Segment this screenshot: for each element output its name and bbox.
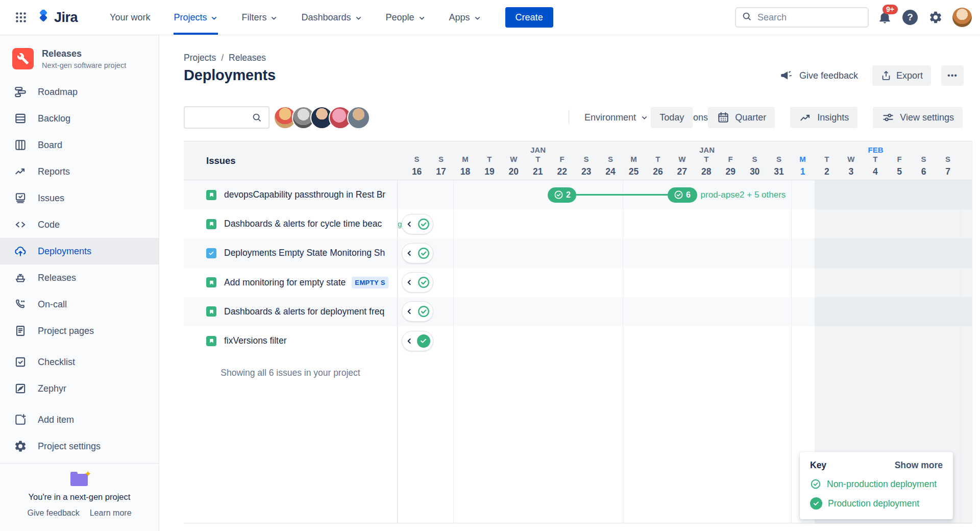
issue-row[interactable]: Deployments Empty State Monitoring Sh [184, 238, 397, 268]
today-button[interactable]: Today [651, 107, 693, 128]
export-button[interactable]: Export [872, 65, 931, 86]
sidebar-item-checklist[interactable]: Checklist [0, 349, 159, 375]
day-column: T28 [694, 155, 718, 177]
nav-item-filters[interactable]: Filters [230, 0, 289, 35]
search-icon [251, 112, 262, 123]
dropdown-label: Environment [584, 112, 636, 123]
global-search-input[interactable] [756, 12, 855, 23]
issue-title: Deployments Empty State Monitoring Sh [224, 248, 385, 258]
notifications-button[interactable]: 9+ [874, 7, 895, 28]
create-button[interactable]: Create [505, 7, 553, 28]
give-feedback-link[interactable]: Give feedback [27, 509, 79, 518]
more-actions-button[interactable]: ••• [941, 65, 964, 86]
nav-item-apps[interactable]: Apps [437, 0, 493, 35]
app-switcher-icon[interactable] [13, 10, 29, 25]
view-settings-button[interactable]: View settings [873, 107, 963, 128]
issue-row[interactable]: Dashboards & alerts for deployment freq [184, 297, 397, 326]
issue-row[interactable]: fixVersions filter [184, 326, 397, 355]
timeline-toolbar-buttons: TodayQuarterInsightsView settings [651, 107, 963, 128]
key-item-production-deployment: Production deployment [810, 497, 943, 510]
check-circle-filled-icon [810, 497, 822, 510]
sidebar-item-label: Project pages [38, 326, 94, 336]
deployment-count-pill-end[interactable]: 6 [668, 187, 697, 203]
filter-bar: EnvironmentVersionsEpicType TodayQuarter… [184, 106, 972, 129]
earlier-deployments-pill[interactable] [402, 243, 433, 263]
nav-item-projects[interactable]: Projects [162, 0, 230, 35]
issue-count-summary: Showing all 6 issues in your project [184, 368, 397, 378]
user-avatar [952, 8, 972, 27]
give-feedback-label: Give feedback [799, 70, 858, 81]
chevron-down-icon [474, 13, 481, 22]
nav-item-your-work[interactable]: Your work [98, 0, 162, 35]
quarter-button[interactable]: Quarter [708, 107, 775, 128]
filter-dropdown-environment[interactable]: Environment [584, 112, 648, 123]
help-button[interactable]: ? [900, 7, 920, 28]
non-production-deployment-icon [417, 218, 430, 231]
learn-more-link[interactable]: Learn more [90, 509, 132, 518]
sidebar-item-backlog[interactable]: Backlog [0, 105, 159, 132]
sidebar-item-issues[interactable]: Issues [0, 185, 159, 211]
sidebar-item-label: Code [38, 220, 60, 230]
deployment-count-pill-start[interactable]: 2 [548, 187, 576, 203]
day-column: T19 [477, 155, 501, 177]
insights-button[interactable]: Insights [790, 107, 857, 128]
issue-title: devopsCapability passthrough in Rest Br [224, 189, 385, 200]
day-column: S17 [429, 155, 453, 177]
sidebar-item-zephyr[interactable]: Zephyr [0, 375, 159, 402]
story-type-icon [206, 277, 216, 287]
button-label: Insights [817, 112, 849, 123]
earlier-deployments-pill[interactable] [402, 331, 433, 351]
day-column: F22 [550, 155, 574, 177]
check-circle-icon [554, 190, 564, 200]
sidebar-item-project-pages[interactable]: Project pages [0, 318, 159, 344]
sidebar-item-add-item[interactable]: Add item [0, 406, 159, 433]
pages-icon [13, 324, 28, 338]
issue-row[interactable]: Add monitoring for empty stateEMPTY S [184, 268, 397, 297]
project-sidebar: Releases Next-gen software project Roadm… [0, 35, 159, 531]
non-production-deployment-icon [417, 276, 430, 289]
issue-row[interactable]: Dashboards & alerts for cycle time beac [184, 209, 397, 238]
chevron-left-icon [405, 220, 413, 228]
check-circle-outline-icon [810, 478, 821, 490]
filter-divider [569, 110, 569, 124]
breadcrumb-projects[interactable]: Projects [184, 53, 216, 63]
sidebar-item-board[interactable]: Board [0, 132, 159, 158]
sidebar-item-label: Releases [38, 273, 76, 283]
earlier-deployments-pill[interactable] [402, 301, 433, 322]
nav-item-people[interactable]: People [374, 0, 437, 35]
releases-icon [13, 271, 28, 285]
sidebar-item-reports[interactable]: Reports [0, 158, 159, 185]
deployment-environment-label[interactable]: prod-apse2 + 5 others [701, 190, 786, 200]
earlier-deployments-pill[interactable] [402, 214, 433, 234]
nav-item-label: People [386, 12, 414, 23]
nav-item-dashboards[interactable]: Dashboards [289, 0, 374, 35]
sidebar-item-roadmap[interactable]: Roadmap [0, 79, 159, 105]
sidebar-item-deployments[interactable]: Deployments [0, 238, 159, 264]
sidebar-item-code[interactable]: Code [0, 211, 159, 238]
jira-logo[interactable]: Jira [36, 10, 78, 26]
day-column: W20 [502, 155, 526, 177]
sidebar-item-releases[interactable]: Releases [0, 264, 159, 291]
assignee-avatar[interactable] [347, 106, 370, 129]
sidebar-item-project-settings[interactable]: Project settings [0, 433, 159, 460]
day-column: T26 [646, 155, 670, 177]
breadcrumb-releases[interactable]: Releases [229, 53, 266, 63]
nav-item-label: Your work [110, 12, 150, 23]
show-more-link[interactable]: Show more [895, 460, 943, 471]
timeline-search-field[interactable] [184, 106, 270, 129]
nav-item-label: Apps [449, 12, 470, 23]
settings-button[interactable] [925, 7, 946, 28]
global-search[interactable] [735, 7, 869, 28]
issue-row[interactable]: devopsCapability passthrough in Rest Br [184, 180, 397, 209]
top-navigation-bar: Jira Your workProjectsFiltersDashboardsP… [0, 0, 980, 35]
give-feedback-button[interactable]: Give feedback [780, 69, 858, 82]
export-icon [880, 70, 892, 81]
week-gridline [623, 180, 623, 523]
day-column: T21 [526, 155, 550, 177]
earlier-deployments-pill[interactable] [402, 272, 433, 293]
megaphone-icon [780, 69, 793, 82]
timeline-week: JANM18T19W20T21F22S23S24 [453, 141, 623, 180]
nav-item-label: Filters [241, 12, 266, 23]
sidebar-item-on-call[interactable]: On-call [0, 291, 159, 318]
user-profile-button[interactable] [952, 7, 972, 28]
